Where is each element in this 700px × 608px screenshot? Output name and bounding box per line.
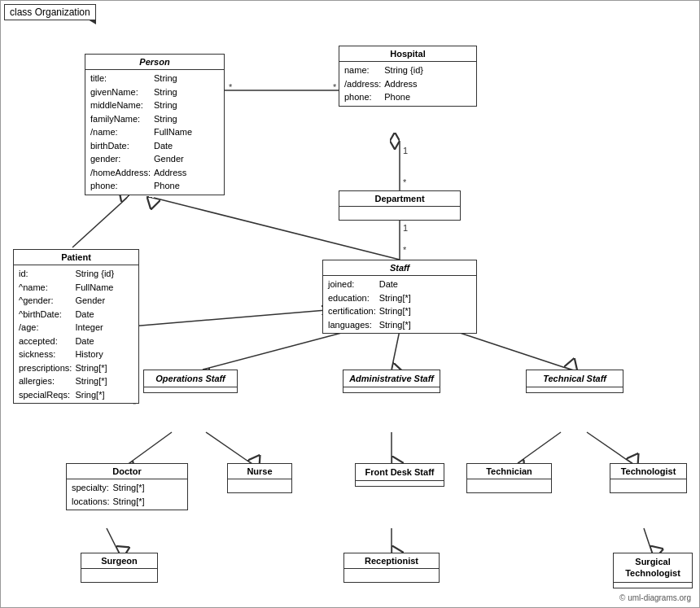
front-desk-title: Front Desk Staff xyxy=(356,464,444,481)
svg-line-6 xyxy=(72,198,127,247)
receptionist-attrs xyxy=(344,569,439,582)
hospital-class: Hospital name:String {id} /address:Addre… xyxy=(339,46,477,107)
staff-class: Staff joined:Date education:String[*] ce… xyxy=(322,260,477,334)
technician-attrs xyxy=(467,479,551,492)
mult-dept-1: 1 xyxy=(403,223,408,233)
copyright: © uml-diagrams.org xyxy=(619,593,691,602)
staff-title: Staff xyxy=(323,260,476,276)
technician-title: Technician xyxy=(467,464,551,479)
person-title: Person xyxy=(85,55,224,70)
nurse-class: Nurse xyxy=(227,463,292,493)
hospital-attrs: name:String {id} /address:Address phone:… xyxy=(339,62,476,106)
surgeon-class: Surgeon xyxy=(81,553,158,583)
svg-line-16 xyxy=(107,528,119,553)
svg-line-11 xyxy=(127,432,172,465)
patient-attrs: id:String {id} ^name:FullName ^gender:Ge… xyxy=(14,265,138,403)
operations-staff-attrs xyxy=(144,387,237,392)
surgical-tech-title: Surgical Technologist xyxy=(614,553,692,583)
receptionist-class: Receptionist xyxy=(343,553,440,583)
hospital-title: Hospital xyxy=(339,46,476,62)
technologist-attrs xyxy=(610,479,686,492)
admin-staff-attrs xyxy=(343,387,440,392)
technical-staff-attrs xyxy=(527,387,623,392)
operations-staff-class: Operations Staff xyxy=(143,370,238,393)
svg-line-19 xyxy=(131,310,326,326)
surgical-tech-class: Surgical Technologist xyxy=(613,553,693,588)
front-desk-attrs xyxy=(356,481,444,486)
admin-staff-title: Administrative Staff xyxy=(343,370,440,387)
department-title: Department xyxy=(339,191,460,207)
staff-attrs: joined:Date education:String[*] certific… xyxy=(323,276,476,333)
technical-staff-class: Technical Staff xyxy=(526,370,623,393)
svg-line-9 xyxy=(392,330,400,370)
frame-label: class Organization xyxy=(4,4,96,20)
front-desk-staff-class: Front Desk Staff xyxy=(355,463,444,487)
doctor-title: Doctor xyxy=(67,464,187,479)
uml-diagram: class Organization xyxy=(0,0,700,608)
patient-title: Patient xyxy=(14,250,138,265)
person-class: Person title:String givenName:String mid… xyxy=(85,54,225,195)
receptionist-title: Receptionist xyxy=(344,553,439,569)
surgeon-attrs xyxy=(81,569,157,582)
svg-line-8 xyxy=(203,330,351,370)
svg-line-18 xyxy=(644,528,652,553)
technologist-title: Technologist xyxy=(610,464,686,479)
nurse-attrs xyxy=(228,479,291,492)
svg-line-14 xyxy=(518,432,561,463)
technical-staff-title: Technical Staff xyxy=(527,370,623,387)
doctor-attrs: specialty:String[*] locations:String[*] xyxy=(67,479,187,510)
surgeon-title: Surgeon xyxy=(81,553,157,569)
operations-staff-title: Operations Staff xyxy=(144,370,237,387)
surgical-tech-attrs xyxy=(614,583,692,588)
department-attrs xyxy=(339,207,460,220)
technician-class: Technician xyxy=(466,463,552,493)
department-class: Department xyxy=(339,190,461,221)
patient-class: Patient id:String {id} ^name:FullName ^g… xyxy=(13,249,139,404)
nurse-title: Nurse xyxy=(228,464,291,479)
mult-person-hosp: * xyxy=(229,82,232,92)
svg-line-10 xyxy=(453,330,571,370)
admin-staff-class: Administrative Staff xyxy=(343,370,440,393)
mult-dept-star: * xyxy=(403,177,406,187)
technologist-class: Technologist xyxy=(610,463,687,493)
mult-hosp-assoc: * xyxy=(333,82,336,92)
svg-line-12 xyxy=(206,432,253,465)
svg-line-15 xyxy=(587,432,632,463)
person-attrs: title:String givenName:String middleName… xyxy=(85,70,224,195)
doctor-class: Doctor specialty:String[*] locations:Str… xyxy=(66,463,188,510)
mult-staff-star: * xyxy=(403,245,406,255)
mult-hosp-1: 1 xyxy=(403,146,408,155)
